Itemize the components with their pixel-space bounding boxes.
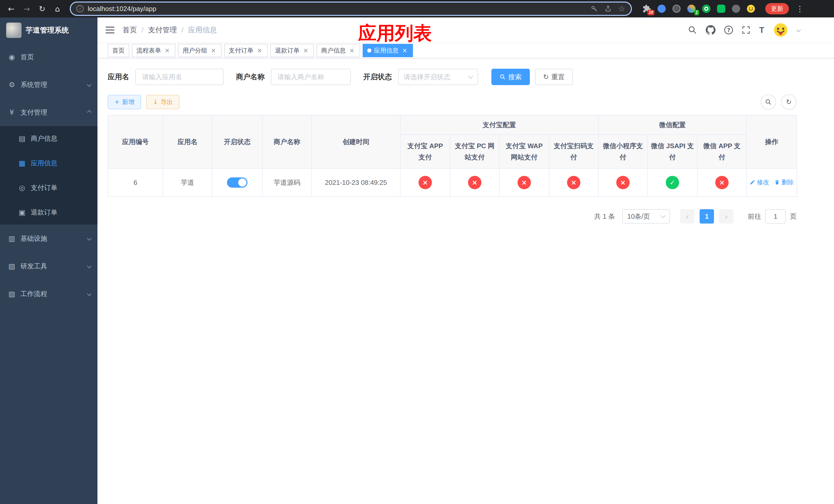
col-created: 创建时间 [312,115,400,168]
app-name-input[interactable] [135,69,224,85]
cell-created: 2021-10-23 08:49:25 [312,168,400,197]
reset-button[interactable]: ↻ 重置 [535,69,573,85]
toolbox-icon: ▧ [7,262,17,271]
extension-icon-green-circle[interactable] [701,4,711,14]
fullscreen-icon[interactable] [742,26,750,35]
close-icon[interactable]: × [256,47,263,54]
extension-icon-blue[interactable] [657,4,667,14]
close-icon[interactable]: × [163,47,171,54]
sidebar-item-infra[interactable]: ▥ 基础设施 [0,225,97,252]
sidebar-item-dev-tools[interactable]: ▧ 研发工具 [0,252,97,280]
server-icon: ▥ [7,234,17,243]
active-tag-dot [367,48,371,52]
font-size-icon[interactable]: T [759,25,764,35]
tag-home[interactable]: 首页 [108,44,129,57]
edit-button[interactable]: 修改 [750,178,769,186]
tag-pay-order[interactable]: 支付订单 × [224,44,268,57]
page-unit-label: 页 [790,212,796,221]
sidebar: 芋道管理系统 ◉ 首页 ⚙ 系统管理 ¥ 支付管理 [0,18,97,504]
refresh-button[interactable]: ↻ [781,94,796,110]
sidebar-item-pay-order[interactable]: ◎ 支付订单 [0,175,97,200]
extension-icon-emoji[interactable] [746,4,756,14]
bookmark-star-icon[interactable]: ☆ [618,5,625,13]
tag-label: 首页 [112,46,125,54]
sidebar-item-app-info[interactable]: ▦ 应用信息 [0,151,97,175]
app-table: 应用编号 应用名 开启状态 商户名称 创建时间 支付宝配置 微信配置 操作 支付… [108,115,797,197]
close-icon[interactable]: × [302,47,309,54]
reload-button[interactable]: ↻ [35,2,49,16]
extension-icon-dark[interactable] [672,4,682,14]
close-icon[interactable]: × [210,47,217,54]
tag-label: 商户信息 [321,46,346,54]
status-select[interactable]: 请选择开启状态 [398,69,478,85]
gear-icon: ⚙ [7,81,17,89]
workflow-icon: ▨ [7,290,17,298]
status-wx-jsapi-icon: ✓ [666,176,679,189]
chevron-down-icon [88,83,91,86]
page-1-button[interactable]: 1 [700,209,714,224]
merchant-name-input[interactable] [271,69,351,85]
grid-icon: ▦ [17,159,27,167]
chevron-down-icon [88,265,91,268]
toggle-search-button[interactable] [761,94,776,110]
help-icon[interactable]: ? [724,26,733,35]
tag-user-group[interactable]: 用户分组 × [178,44,222,57]
extension-icon-gray[interactable] [731,4,741,14]
prev-page-button[interactable]: ‹ [680,209,695,224]
tag-label: 退款订单 [275,46,300,54]
total-count: 共 1 条 [594,212,615,221]
breadcrumb-home[interactable]: 首页 [123,25,137,35]
github-icon[interactable] [706,25,716,35]
user-avatar[interactable] [773,22,788,38]
hamburger-icon[interactable] [106,26,114,34]
search-icon[interactable] [688,25,697,35]
menu-label: 支付管理 [21,108,47,117]
goto-page-input[interactable] [765,209,786,224]
close-icon[interactable]: × [348,47,355,54]
col-merchant: 商户名称 [262,115,312,168]
enable-toggle[interactable] [227,177,247,188]
url-bar[interactable]: i localhost:1024/pay/app ☆ [70,2,632,16]
forward-button[interactable]: → [20,2,34,16]
export-button[interactable]: ↓ 导出 [146,95,179,109]
caret-down-icon[interactable] [797,28,800,31]
sidebar-item-merchant-info[interactable]: ▤ 商户信息 [0,126,97,151]
key-icon[interactable] [591,5,598,12]
back-button[interactable]: ← [4,2,19,16]
sidebar-item-workflow[interactable]: ▨ 工作流程 [0,280,97,307]
order-icon: ◎ [17,184,27,192]
tag-refund-order[interactable]: 退款订单 × [270,44,314,57]
sidebar-menu: ◉ 首页 ⚙ 系统管理 ¥ 支付管理 ▤ 商户信息 [0,43,97,307]
tag-app-info[interactable]: 应用信息 × [363,44,413,57]
close-icon[interactable]: × [401,47,408,54]
menu-label: 支付订单 [31,183,58,192]
breadcrumb: 首页 / 支付管理 / 应用信息 [123,25,217,35]
home-button[interactable]: ⌂ [50,2,65,16]
menu-label: 工作流程 [21,290,47,298]
payment-submenu: ▤ 商户信息 ▦ 应用信息 ◎ 支付订单 ▣ 退款订单 [0,126,97,225]
document-icon: ▣ [17,208,27,216]
delete-button[interactable]: 删除 [774,178,794,186]
extensions-puzzle-icon[interactable]: 10 [642,4,652,14]
add-button[interactable]: + 新增 [108,95,141,109]
page-size-select[interactable]: 10条/页 [622,209,670,224]
download-icon: ↓ [153,99,158,105]
search-button[interactable]: 搜索 [491,69,530,85]
share-icon[interactable] [605,5,612,12]
sidebar-item-home[interactable]: ◉ 首页 [0,43,97,71]
extension-icon-wechat[interactable] [716,4,726,14]
sidebar-item-system[interactable]: ⚙ 系统管理 [0,71,97,98]
goto-label: 前往 [748,212,761,221]
update-button[interactable]: 更新 [765,3,789,14]
app-logo[interactable]: 芋道管理系统 [0,18,97,43]
sidebar-item-payment[interactable]: ¥ 支付管理 [0,98,97,126]
tag-merchant-info[interactable]: 商户信息 × [316,44,360,57]
info-icon[interactable]: i [76,5,84,12]
cell-merchant: 芋道源码 [262,168,312,197]
browser-menu-icon[interactable]: ⋮ [793,4,806,13]
breadcrumb-payment[interactable]: 支付管理 [148,25,177,35]
sidebar-item-refund-order[interactable]: ▣ 退款订单 [0,200,97,225]
extension-icon-profile[interactable]: 1 [686,4,697,14]
next-page-button[interactable]: › [719,209,733,224]
tag-process-form[interactable]: 流程表单 × [132,44,175,57]
